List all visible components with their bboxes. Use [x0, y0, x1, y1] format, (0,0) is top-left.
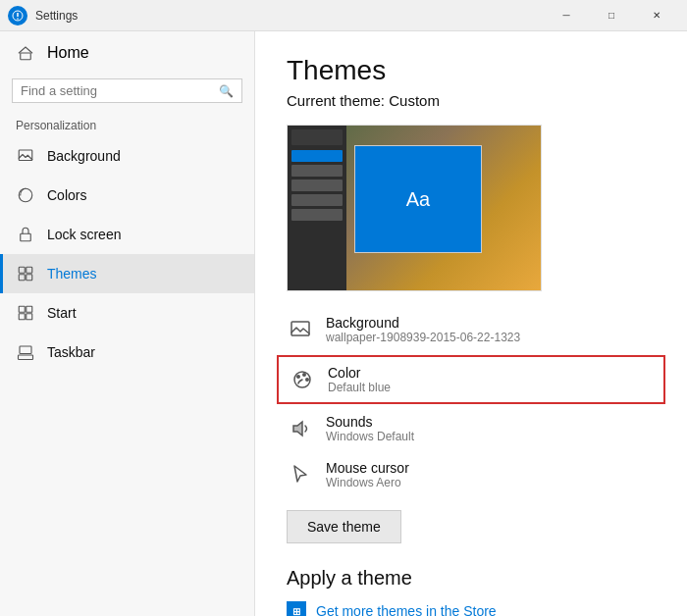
theme-option-sounds[interactable]: Sounds Windows Default: [287, 406, 656, 452]
theme-preview: Aa: [287, 125, 542, 291]
sidebar-item-home[interactable]: Home: [0, 31, 254, 75]
preview-taskbar-item-2: [291, 165, 343, 177]
theme-option-color[interactable]: Color Default blue: [277, 355, 665, 404]
taskbar-label: Taskbar: [47, 344, 95, 360]
apply-theme-title: Apply a theme: [287, 567, 656, 590]
colors-icon: [16, 185, 35, 205]
sidebar-item-start[interactable]: Start: [0, 293, 254, 333]
store-link[interactable]: ⊞ Get more themes in the Store: [287, 601, 656, 616]
svg-point-19: [296, 375, 300, 379]
svg-rect-16: [20, 346, 31, 354]
preview-taskbar-item-active: [291, 150, 343, 162]
app-body: Home 🔍 Personalization Background: [0, 31, 687, 616]
background-option-value: wallpaper-1908939-2015-06-22-1323: [326, 331, 656, 344]
preview-taskbar: [288, 126, 346, 290]
background-option-text: Background wallpaper-1908939-2015-06-22-…: [326, 315, 656, 344]
main-content: Themes Current theme: Custom Aa: [255, 31, 687, 616]
sidebar: Home 🔍 Personalization Background: [0, 31, 255, 616]
mouse-cursor-option-text: Mouse cursor Windows Aero: [326, 460, 656, 489]
search-input[interactable]: [21, 83, 213, 98]
search-box[interactable]: 🔍: [12, 78, 242, 103]
svg-rect-6: [21, 233, 31, 241]
sounds-option-name: Sounds: [326, 414, 656, 430]
svg-point-2: [17, 18, 19, 20]
sidebar-item-taskbar[interactable]: Taskbar: [0, 333, 254, 372]
home-label: Home: [47, 44, 89, 62]
sidebar-item-background[interactable]: Background: [0, 136, 254, 176]
page-title: Themes: [287, 55, 656, 86]
lock-screen-label: Lock screen: [47, 227, 121, 242]
sidebar-item-colors[interactable]: Colors: [0, 176, 254, 215]
preview-taskbar-item-3: [291, 180, 343, 191]
start-icon: [16, 303, 35, 323]
background-label: Background: [47, 148, 121, 164]
background-option-name: Background: [326, 315, 656, 331]
color-option-name: Color: [328, 365, 654, 381]
current-theme-label: Current theme: Custom: [287, 92, 656, 109]
themes-label: Themes: [47, 266, 97, 282]
svg-rect-3: [21, 53, 31, 60]
color-option-icon: [289, 366, 316, 393]
taskbar-icon: [16, 342, 35, 362]
preview-window: Aa: [354, 145, 482, 253]
preview-taskbar-item-5: [291, 209, 343, 221]
close-button[interactable]: ✕: [634, 0, 679, 31]
theme-option-mouse-cursor[interactable]: Mouse cursor Windows Aero: [287, 452, 656, 498]
mouse-cursor-option-value: Windows Aero: [326, 476, 656, 489]
store-link-label: Get more themes in the Store: [316, 603, 497, 616]
mouse-cursor-option-name: Mouse cursor: [326, 460, 656, 476]
svg-rect-8: [26, 267, 32, 273]
svg-rect-12: [26, 306, 32, 312]
home-icon: [16, 43, 35, 63]
mouse-cursor-option-icon: [287, 461, 314, 488]
svg-marker-22: [293, 422, 302, 436]
sounds-option-icon: [287, 415, 314, 442]
svg-rect-9: [19, 275, 25, 281]
window-controls: ─ □ ✕: [544, 0, 679, 31]
minimize-button[interactable]: ─: [544, 0, 589, 31]
preview-taskbar-item: [291, 129, 343, 145]
search-icon: 🔍: [219, 84, 234, 98]
svg-rect-14: [26, 314, 32, 320]
svg-rect-11: [19, 306, 25, 312]
svg-rect-10: [26, 275, 32, 281]
window-title: Settings: [35, 9, 544, 23]
maximize-button[interactable]: □: [589, 0, 634, 31]
store-icon: ⊞: [287, 601, 306, 616]
theme-option-background[interactable]: Background wallpaper-1908939-2015-06-22-…: [287, 307, 656, 353]
svg-point-21: [305, 378, 309, 382]
svg-rect-7: [19, 267, 25, 273]
background-option-icon: [287, 316, 314, 343]
sidebar-section-label: Personalization: [0, 111, 254, 136]
sounds-option-value: Windows Default: [326, 430, 656, 443]
svg-rect-15: [19, 355, 33, 360]
save-theme-button[interactable]: Save theme: [287, 510, 401, 543]
sidebar-item-lock-screen[interactable]: Lock screen: [0, 215, 254, 254]
svg-point-20: [302, 373, 306, 377]
themes-icon: [16, 264, 35, 283]
svg-rect-13: [19, 314, 25, 320]
colors-label: Colors: [47, 187, 86, 203]
color-option-text: Color Default blue: [328, 365, 654, 394]
preview-aa-text: Aa: [406, 188, 430, 211]
svg-rect-4: [19, 150, 32, 161]
lock-screen-icon: [16, 225, 35, 244]
titlebar: Settings ─ □ ✕: [0, 0, 687, 31]
sounds-option-text: Sounds Windows Default: [326, 414, 656, 443]
svg-rect-17: [291, 322, 309, 335]
background-icon: [16, 146, 35, 166]
sidebar-item-themes[interactable]: Themes: [0, 254, 254, 293]
app-icon: [8, 6, 27, 26]
start-label: Start: [47, 305, 77, 321]
color-option-value: Default blue: [328, 381, 654, 394]
preview-taskbar-item-4: [291, 194, 343, 206]
